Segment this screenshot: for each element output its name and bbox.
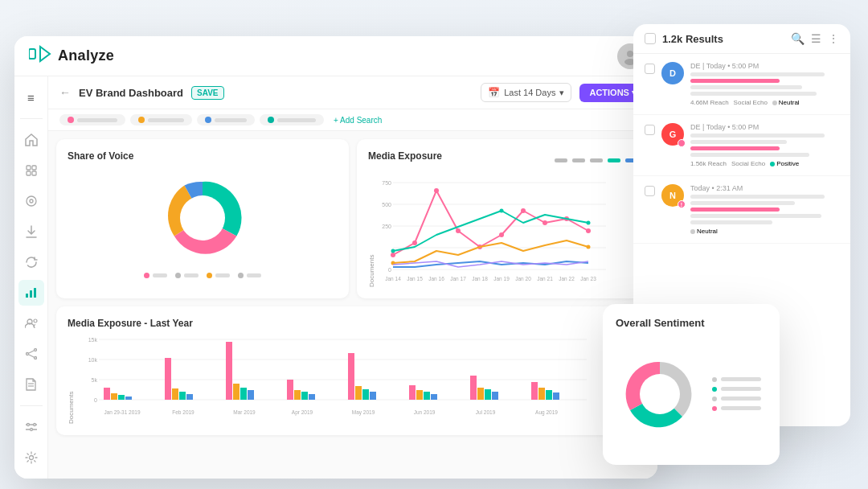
svg-text:500: 500 <box>382 202 391 208</box>
svg-point-50 <box>542 220 547 225</box>
legend-dot-3 <box>207 273 212 278</box>
charts-grid: Share of Voice <box>48 131 657 306</box>
svg-rect-12 <box>26 294 28 298</box>
filter-label-2 <box>148 118 184 122</box>
svg-point-44 <box>412 240 417 245</box>
svg-point-32 <box>29 456 33 460</box>
sentiment-legend <box>712 377 761 411</box>
sentiment-content <box>616 335 767 452</box>
sidebar-item-refresh[interactable] <box>18 249 44 275</box>
result-item-1: D DE | Today • 5:00 PM 4.66M Reach Socia… <box>633 54 850 115</box>
sidebar-item-menu[interactable]: ≡ <box>18 84 44 110</box>
line-chart-area: Documents 750 500 250 0 <box>368 175 638 287</box>
svg-text:10k: 10k <box>88 357 98 363</box>
result-item-3: N ! Today • 2:31 AM Neutral <box>633 176 850 244</box>
result-footer-2: 1.56k Reach Social Echo Positive <box>690 160 839 167</box>
svg-point-18 <box>26 353 28 355</box>
sidebar-item-download[interactable] <box>18 219 44 244</box>
svg-point-19 <box>34 357 36 360</box>
back-button[interactable]: ← <box>59 86 71 99</box>
svg-text:Apr 2019: Apr 2019 <box>292 409 313 416</box>
legend-bar-4 <box>247 273 261 277</box>
svg-rect-84 <box>226 342 232 400</box>
svg-point-3 <box>627 51 633 57</box>
sidebar-item-grid[interactable] <box>18 158 44 183</box>
svg-text:Feb 2019: Feb 2019 <box>172 409 194 415</box>
svg-point-17 <box>34 349 36 351</box>
line-legend <box>555 158 638 162</box>
result-echo-2: Social Echo <box>731 160 765 167</box>
svg-rect-79 <box>125 397 132 400</box>
svg-rect-87 <box>248 390 254 400</box>
svg-rect-89 <box>294 390 301 400</box>
svg-point-55 <box>587 221 591 225</box>
svg-rect-76 <box>104 388 110 400</box>
top-bar: Analyze <box>14 36 657 76</box>
legend-dot-1 <box>144 273 149 278</box>
sidebar-item-analytics[interactable] <box>18 280 44 306</box>
sent-bar-positive <box>721 387 761 391</box>
search-icon[interactable]: 🔍 <box>791 32 805 45</box>
result-footer-3: Neutral <box>690 228 839 235</box>
svg-text:Jan 29-31 2019: Jan 29-31 2019 <box>104 409 141 415</box>
bar-chart-title: Media Exposure - Last Year <box>68 318 638 329</box>
result-footer-1: 4.66M Reach Social Echo Neutral <box>690 99 839 106</box>
svg-rect-77 <box>111 393 117 400</box>
media-exposure-title: Media Exposure <box>368 150 442 162</box>
sidebar: ≡ <box>14 76 48 479</box>
sidebar-item-users[interactable] <box>18 310 44 336</box>
results-select-all-checkbox[interactable] <box>645 33 656 44</box>
sidebar-item-settings[interactable] <box>18 445 44 471</box>
main-area: ≡ <box>14 76 657 479</box>
svg-marker-1 <box>40 47 50 61</box>
result-line-1c <box>690 85 802 89</box>
filter-pill-1[interactable] <box>59 114 125 125</box>
filter-label-3 <box>215 118 247 122</box>
sentiment-dot-2 <box>770 162 775 166</box>
svg-point-10 <box>30 199 33 203</box>
sent-bar-pink <box>721 406 761 410</box>
media-exposure-card: Media Exposure <box>357 139 649 298</box>
svg-point-45 <box>434 188 439 193</box>
line-chart-y-label: Documents <box>368 175 375 287</box>
bar-chart-y-label: Documents <box>68 335 75 424</box>
filter-icon[interactable]: ☰ <box>811 32 821 45</box>
svg-text:Jul 2019: Jul 2019 <box>476 409 496 415</box>
filter-pill-4[interactable] <box>260 114 324 125</box>
svg-text:Jan 18: Jan 18 <box>472 276 488 281</box>
sidebar-item-filters[interactable] <box>18 414 44 440</box>
sent-dot-neutral <box>712 377 717 382</box>
sentiment-dot-1 <box>772 101 777 105</box>
filter-pill-2[interactable] <box>130 114 192 125</box>
add-search-button[interactable]: + Add Search <box>334 116 382 125</box>
sidebar-item-document[interactable] <box>18 372 44 397</box>
more-icon[interactable]: ⋮ <box>828 32 839 45</box>
svg-rect-5 <box>27 166 31 170</box>
sidebar-item-share[interactable] <box>18 341 44 367</box>
filter-pill-3[interactable] <box>197 114 255 125</box>
result-echo-1: Social Echo <box>734 99 768 106</box>
svg-text:0: 0 <box>94 397 97 403</box>
svg-point-26 <box>30 429 32 431</box>
svg-rect-80 <box>165 358 171 400</box>
result-checkbox-2[interactable] <box>645 125 655 135</box>
result-checkbox-1[interactable] <box>645 64 655 74</box>
line-legend-bar-2 <box>572 158 585 162</box>
line-legend-4 <box>608 158 620 162</box>
result-checkbox-3[interactable] <box>645 186 655 196</box>
sidebar-item-monitor[interactable] <box>18 188 44 214</box>
analyze-window: Analyze ≡ <box>14 36 657 479</box>
add-search-label: + Add Search <box>334 116 382 125</box>
sidebar-item-home[interactable] <box>18 127 44 153</box>
save-badge[interactable]: SAVE <box>191 86 224 100</box>
result-sentiment-1: Neutral <box>772 99 800 106</box>
svg-point-49 <box>521 208 526 213</box>
result-line-2c <box>690 146 780 150</box>
result-line-3d <box>690 214 821 218</box>
svg-rect-7 <box>27 171 31 175</box>
date-filter[interactable]: 📅 Last 14 Days ▾ <box>481 83 571 102</box>
svg-text:0: 0 <box>388 267 391 273</box>
filter-label-1 <box>77 118 117 122</box>
svg-text:Jan 14: Jan 14 <box>385 276 401 281</box>
svg-rect-0 <box>29 49 35 59</box>
